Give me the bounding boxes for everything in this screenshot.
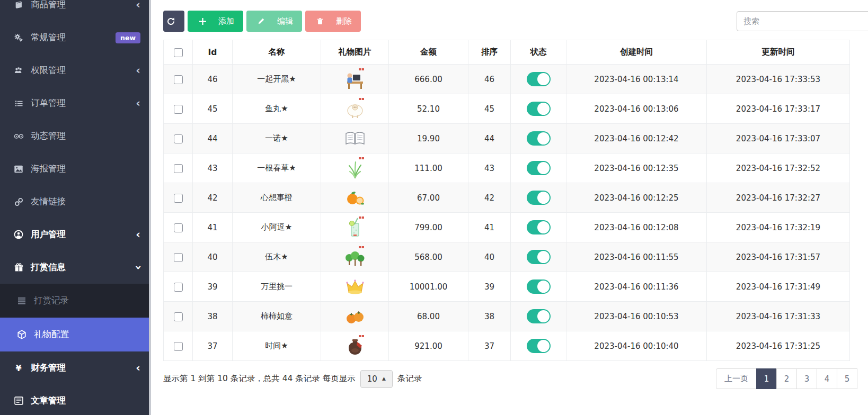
- row-checkbox[interactable]: [174, 194, 183, 203]
- table-row: 40伍木★568.00402023-04-16 00:11:552023-04-…: [164, 242, 850, 272]
- sidebar-item[interactable]: 订单管理‹: [0, 87, 151, 120]
- computer-desk-image: [343, 68, 367, 91]
- cell-created-time: 2023-04-16 00:13:14: [566, 65, 707, 94]
- status-toggle[interactable]: [527, 309, 551, 323]
- sidebar-item[interactable]: 友情链接: [0, 185, 151, 218]
- sidebar-item[interactable]: 常规管理new: [0, 21, 151, 54]
- cell-created-time: 2023-04-16 00:11:36: [566, 272, 707, 302]
- table-body: 46一起开黑★666.00462023-04-16 00:13:142023-0…: [164, 65, 850, 361]
- status-toggle[interactable]: [527, 279, 551, 294]
- cell-status: [511, 272, 566, 302]
- row-checkbox[interactable]: [174, 312, 183, 321]
- cell-gift-image: [321, 65, 389, 94]
- sidebar-item[interactable]: 打赏记录: [0, 284, 151, 318]
- status-toggle[interactable]: [527, 339, 551, 353]
- row-checkbox[interactable]: [174, 105, 183, 114]
- chevron-left-icon: ‹: [136, 98, 140, 109]
- cell-name: 一诺★: [233, 124, 321, 154]
- sidebar-item[interactable]: 打赏信息‹: [0, 251, 151, 284]
- column-header: 礼物图片: [321, 40, 389, 65]
- pagination-page-button[interactable]: 4: [817, 368, 837, 389]
- cell-checkbox: [164, 94, 193, 124]
- cell-id: 43: [193, 154, 233, 183]
- crown-image: [343, 275, 367, 299]
- sidebar-item[interactable]: 海报管理: [0, 152, 151, 185]
- status-toggle[interactable]: [527, 102, 551, 116]
- refresh-button[interactable]: [163, 11, 184, 32]
- row-checkbox[interactable]: [174, 75, 183, 84]
- sidebar-item[interactable]: 商品管理‹: [0, 0, 151, 21]
- link-icon: [13, 197, 24, 206]
- status-toggle[interactable]: [527, 250, 551, 264]
- pencil-icon: [255, 17, 267, 25]
- sheep-image: [343, 97, 367, 121]
- users-icon: [13, 66, 24, 75]
- edit-button[interactable]: 编辑: [246, 11, 302, 32]
- cell-checkbox: [164, 302, 193, 331]
- add-button[interactable]: 添加: [188, 11, 243, 32]
- cell-checkbox: [164, 154, 193, 183]
- chevron-left-icon: ‹: [136, 363, 140, 374]
- cell-sort: 42: [468, 183, 511, 213]
- cell-name: 心想事橙: [233, 183, 321, 213]
- row-checkbox[interactable]: [174, 283, 183, 292]
- row-checkbox[interactable]: [174, 164, 183, 173]
- sidebar-item-label: 友情链接: [31, 196, 66, 208]
- sidebar-item-label: 用户管理: [31, 229, 66, 240]
- cell-id: 38: [193, 302, 233, 331]
- cell-status: [511, 94, 566, 124]
- pagination-page-button[interactable]: 2: [776, 368, 797, 389]
- delete-button[interactable]: 删除: [305, 11, 361, 32]
- row-checkbox[interactable]: [174, 134, 183, 143]
- sidebar-item-label: 打赏信息: [31, 261, 66, 273]
- table-row: 39万里挑一10001.00392023-04-16 00:11:362023-…: [164, 272, 850, 302]
- cell-sort: 44: [468, 124, 511, 154]
- pagination-page-button[interactable]: 1: [756, 368, 777, 389]
- status-toggle[interactable]: [527, 220, 551, 234]
- cell-amount: 52.10: [389, 94, 468, 124]
- search-input[interactable]: [737, 11, 868, 31]
- cell-amount: 19.90: [389, 124, 468, 154]
- row-checkbox[interactable]: [174, 342, 183, 351]
- gears-icon: [13, 33, 24, 42]
- sidebar-item[interactable]: 动态管理: [0, 120, 151, 152]
- cell-updated-time: 2023-04-16 17:31:25: [707, 331, 850, 361]
- sidebar-item[interactable]: 文章管理: [0, 384, 151, 415]
- cell-status: [511, 65, 566, 94]
- sidebar-item-label: 海报管理: [31, 163, 66, 175]
- page-size-select[interactable]: 10 ▲: [360, 370, 393, 388]
- row-checkbox[interactable]: [174, 253, 183, 262]
- cell-created-time: 2023-04-16 00:10:40: [566, 331, 707, 361]
- cell-name: 一起开黑★: [233, 65, 321, 94]
- pagination-page-button[interactable]: 3: [796, 368, 817, 389]
- column-header: 金额: [389, 40, 468, 65]
- column-header: Id: [193, 40, 233, 65]
- cell-name: 万里挑一: [233, 272, 321, 302]
- select-all-checkbox[interactable]: [174, 48, 183, 57]
- table-row: 41小阿逗★799.00412023-04-16 00:12:082023-04…: [164, 213, 850, 242]
- status-toggle[interactable]: [527, 161, 551, 175]
- row-checkbox[interactable]: [174, 223, 183, 232]
- sidebar-scrollbar[interactable]: [149, 0, 151, 415]
- status-toggle[interactable]: [527, 191, 551, 205]
- open-book-image: [343, 127, 367, 150]
- column-header: 更新时间: [707, 40, 850, 65]
- watermark-icon: [359, 216, 364, 219]
- cell-id: 45: [193, 94, 233, 124]
- pagination-page-button[interactable]: 5: [837, 368, 857, 389]
- cell-created-time: 2023-04-16 00:12:08: [566, 213, 707, 242]
- table-row: 44一诺★19.90442023-04-16 00:12:422023-04-1…: [164, 124, 850, 154]
- sidebar-item[interactable]: 礼物配置: [0, 318, 151, 351]
- table-row: 42心想事橙67.00422023-04-16 00:12:252023-04-…: [164, 183, 850, 213]
- binoculars-icon: [13, 132, 24, 140]
- cell-sort: 39: [468, 272, 511, 302]
- sidebar-item[interactable]: 权限管理‹: [0, 54, 151, 87]
- sidebar-item[interactable]: 用户管理‹: [0, 218, 151, 251]
- user-circle-icon: [13, 230, 24, 239]
- status-toggle[interactable]: [527, 72, 551, 86]
- cell-amount: 68.00: [389, 302, 468, 331]
- sidebar-item[interactable]: ¥财务管理‹: [0, 351, 151, 384]
- cell-updated-time: 2023-04-16 17:33:53: [707, 65, 850, 94]
- status-toggle[interactable]: [527, 131, 551, 146]
- pagination-prev-button[interactable]: 上一页: [716, 368, 757, 389]
